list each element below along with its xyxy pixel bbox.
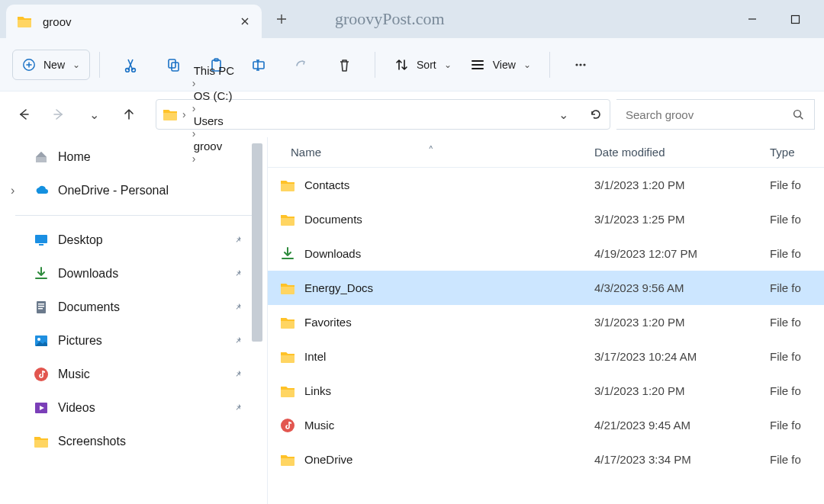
column-header-type[interactable]: Type <box>764 146 824 159</box>
share-button[interactable] <box>280 50 323 80</box>
view-icon <box>470 57 485 72</box>
file-row[interactable]: Downloads4/19/2023 12:07 PMFile fo <box>268 236 824 271</box>
onedrive-icon <box>32 183 50 198</box>
search-box[interactable] <box>616 99 815 130</box>
cell-date: 3/1/2023 1:25 PM <box>588 213 764 226</box>
minimize-button[interactable] <box>745 11 760 27</box>
column-header-name[interactable]: Name ˄ <box>268 146 588 159</box>
sidebar-item-videos[interactable]: Videos <box>0 391 267 425</box>
scrollbar-thumb[interactable] <box>252 143 262 342</box>
delete-button[interactable] <box>323 50 365 80</box>
file-row[interactable]: Music4/21/2023 9:45 AMFile fo <box>268 408 824 442</box>
chevron-right-icon[interactable]: › <box>191 77 198 89</box>
close-tab-button[interactable] <box>239 15 251 27</box>
folder-icon <box>280 349 295 364</box>
column-header-date[interactable]: Date modified <box>588 146 764 159</box>
plus-circle-icon <box>22 58 36 72</box>
toolbar-separator <box>549 52 550 78</box>
cell-type: File fo <box>764 419 824 432</box>
tab-groov[interactable]: groov <box>6 5 262 38</box>
music-icon <box>32 367 50 382</box>
chevron-right-icon[interactable]: › <box>191 102 198 114</box>
sidebar-item-pictures[interactable]: Pictures <box>0 324 267 358</box>
maximize-button[interactable] <box>787 11 803 27</box>
chevron-down-icon: ⌄ <box>444 59 452 70</box>
cell-type: File fo <box>764 178 824 191</box>
pin-icon <box>233 369 244 380</box>
cell-date: 3/17/2023 10:24 AM <box>588 350 764 363</box>
sort-icon <box>394 57 409 72</box>
sidebar-item-music[interactable]: Music <box>0 358 267 391</box>
chevron-down-icon: ⌄ <box>72 59 80 70</box>
cut-button[interactable] <box>109 50 152 80</box>
new-tab-button[interactable] <box>266 0 297 38</box>
cell-type: File fo <box>764 281 824 294</box>
chevron-down-icon: ⌄ <box>523 59 531 70</box>
breadcrumb-label: This PC <box>194 64 234 77</box>
sidebar-item-label: Screenshots <box>58 435 126 448</box>
sidebar-item-home[interactable]: Home <box>0 140 267 174</box>
file-name: Downloads <box>304 247 361 260</box>
file-row[interactable]: Favorites3/1/2023 1:20 PMFile fo <box>268 305 824 339</box>
sidebar-divider <box>15 215 252 216</box>
cell-name: Music <box>268 418 588 433</box>
file-name: OneDrive <box>304 453 352 466</box>
file-name: Energy_Docs <box>304 281 373 294</box>
cell-date: 4/19/2023 12:07 PM <box>588 247 764 260</box>
folder-icon <box>280 281 295 296</box>
copy-button[interactable] <box>152 50 195 80</box>
forward-button[interactable] <box>44 100 73 129</box>
pin-icon <box>233 335 244 346</box>
cell-name: OneDrive <box>268 452 588 467</box>
titlebar: groov groovyPost.com <box>0 0 824 38</box>
cell-date: 4/17/2023 3:34 PM <box>588 453 764 466</box>
folder-icon <box>280 212 295 227</box>
pin-icon <box>233 268 244 279</box>
cell-type: File fo <box>764 213 824 226</box>
folder-icon <box>280 315 295 330</box>
cell-name: Links <box>268 384 588 399</box>
back-button[interactable] <box>9 100 38 129</box>
new-button[interactable]: New ⌄ <box>12 50 90 80</box>
toolbar: New ⌄ Sort ⌄ View ⌄ <box>0 38 824 91</box>
refresh-button[interactable] <box>588 107 604 122</box>
sidebar-item-documents[interactable]: Documents <box>0 291 267 324</box>
address-bar[interactable]: › This PC›OS (C:)›Users›groov› ⌄ <box>156 99 610 130</box>
breadcrumb-item[interactable]: OS (C:) <box>191 89 237 102</box>
history-dropdown-button[interactable]: ⌄ <box>79 100 108 129</box>
file-row[interactable]: Documents3/1/2023 1:25 PMFile fo <box>268 202 824 236</box>
cell-name: Documents <box>268 212 588 227</box>
address-dropdown-button[interactable]: ⌄ <box>558 108 568 122</box>
navigation-row: ⌄ › This PC›OS (C:)›Users›groov› ⌄ <box>0 91 824 137</box>
svg-rect-22 <box>791 15 799 23</box>
column-header-label: Type <box>770 146 795 159</box>
view-button[interactable]: View ⌄ <box>461 50 540 80</box>
cell-name: Intel <box>268 349 588 364</box>
sidebar-scrollbar[interactable] <box>252 137 262 504</box>
breadcrumb-item[interactable]: Users <box>191 114 237 127</box>
sort-button[interactable]: Sort ⌄ <box>385 50 461 80</box>
breadcrumb-label: Users <box>194 114 224 127</box>
cell-type: File fo <box>764 453 824 466</box>
file-row[interactable]: OneDrive4/17/2023 3:34 PMFile fo <box>268 442 824 477</box>
sidebar-item-screenshots[interactable]: Screenshots <box>0 425 267 458</box>
chevron-right-icon[interactable]: › <box>11 184 14 197</box>
sidebar-item-downloads[interactable]: Downloads <box>0 257 267 291</box>
file-row[interactable]: Energy_Docs4/3/2023 9:56 AMFile fo <box>268 271 824 305</box>
videos-icon <box>32 400 50 416</box>
chevron-right-icon[interactable]: › <box>181 108 188 120</box>
pictures-icon <box>32 333 50 348</box>
up-button[interactable] <box>114 100 143 129</box>
more-button[interactable] <box>559 50 602 80</box>
search-input[interactable] <box>626 108 785 121</box>
sidebar-item-desktop[interactable]: Desktop <box>0 223 267 257</box>
cell-type: File fo <box>764 350 824 363</box>
file-row[interactable]: Contacts3/1/2023 1:20 PMFile fo <box>268 168 824 202</box>
sidebar-item-label: Documents <box>58 300 120 314</box>
file-row[interactable]: Links3/1/2023 1:20 PMFile fo <box>268 374 824 408</box>
breadcrumb-item[interactable]: This PC <box>191 64 237 77</box>
desktop-icon <box>32 233 50 248</box>
file-row[interactable]: Intel3/17/2023 10:24 AMFile fo <box>268 339 824 374</box>
sidebar-item-onedrive[interactable]: › OneDrive - Personal <box>0 174 267 207</box>
rename-button[interactable] <box>237 50 280 80</box>
